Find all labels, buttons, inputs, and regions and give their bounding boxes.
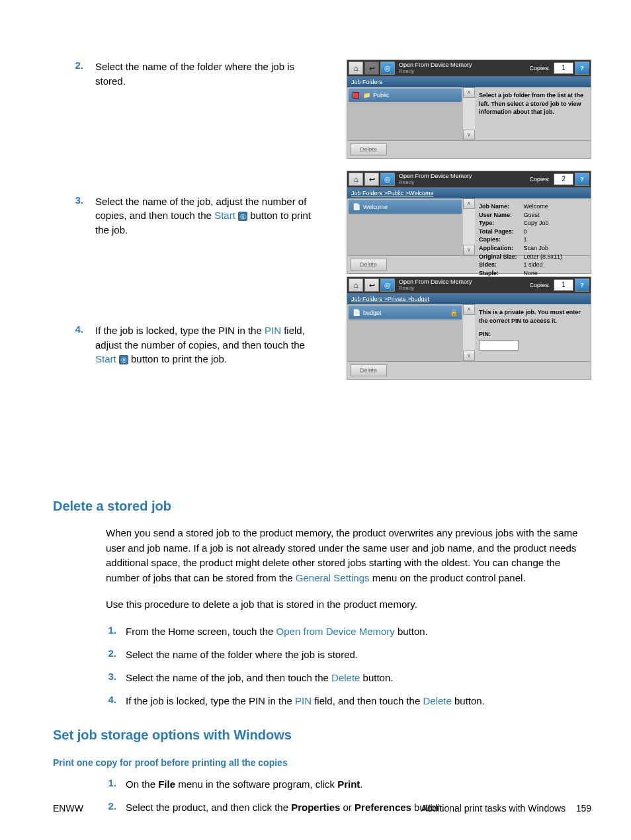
step-num: 2. — [69, 60, 95, 89]
back-icon[interactable]: ↩ — [364, 62, 379, 75]
delete-button[interactable]: Delete — [350, 364, 387, 376]
list-item: 2.Select the name of the folder where th… — [106, 648, 591, 661]
breadcrumb[interactable]: Job Folders >Public >Welcome — [347, 187, 591, 198]
breadcrumb: Job Folders — [347, 76, 591, 87]
delete-button[interactable]: Delete — [350, 144, 387, 155]
info-text: Select a job folder from the list at the… — [479, 91, 587, 136]
copies-label: Copies: — [529, 176, 550, 183]
help-icon[interactable]: ? — [575, 62, 589, 75]
home-icon[interactable]: ⌂ — [349, 62, 363, 75]
body-paragraph: Use this procedure to delete a job that … — [106, 597, 591, 612]
list-item: 3.Select the name of the job, and then t… — [106, 671, 591, 685]
home-icon[interactable]: ⌂ — [349, 173, 363, 186]
step-text: Select the name of the job, adjust the n… — [95, 194, 314, 237]
scrollbar[interactable]: ∧∨ — [463, 87, 475, 140]
step-num: 3. — [69, 194, 95, 237]
list-item: 1.From the Home screen, touch the Open f… — [106, 624, 591, 638]
panel-title: Open From Device MemoryReady — [399, 279, 528, 292]
section-subheading: Print one copy for proof before printing… — [53, 757, 591, 768]
scrollbar[interactable]: ∧∨ — [463, 304, 475, 361]
device-panel-2: ⌂ ↩ ◎ Open From Device MemoryReady Copie… — [347, 171, 591, 274]
page-footer: ENWW Additional print tasks with Windows… — [53, 803, 591, 814]
back-icon[interactable]: ↩ — [364, 278, 379, 292]
start-icon — [238, 212, 247, 221]
help-icon[interactable]: ? — [575, 278, 589, 292]
pin-message: This is a private job. You must enter th… — [479, 308, 587, 325]
panel-title: Open From Device MemoryReady — [399, 62, 528, 75]
step-num: 4. — [69, 323, 95, 366]
home-icon[interactable]: ⌂ — [349, 278, 363, 292]
device-panel-1: ⌂ ↩ ◎ Open From Device MemoryReady Copie… — [347, 60, 591, 159]
section-heading: Delete a stored job — [53, 499, 591, 514]
scrollbar[interactable]: ∧∨ — [463, 198, 475, 255]
footer-right: Additional print tasks with Windows 159 — [421, 803, 591, 814]
start-icon[interactable]: ◎ — [380, 278, 395, 292]
list-item: 1.On the File menu in the software progr… — [106, 777, 591, 791]
breadcrumb[interactable]: Job Folders >Private >budget — [347, 293, 591, 304]
start-icon[interactable]: ◎ — [380, 62, 395, 75]
body-paragraph: When you send a stored job to the produc… — [106, 526, 591, 585]
back-icon[interactable]: ↩ — [364, 173, 379, 186]
start-icon — [119, 355, 128, 364]
folder-item[interactable]: 📁Public — [349, 89, 462, 102]
device-panel-3: ⌂ ↩ ◎ Open From Device MemoryReady Copie… — [347, 276, 591, 380]
panel-title: Open From Device MemoryReady — [399, 173, 528, 186]
copies-input[interactable]: 1 — [554, 279, 573, 291]
step-text: Select the name of the folder where the … — [95, 60, 314, 89]
job-details: Job Name:User Name:Type:Total Pages:Copi… — [475, 198, 591, 255]
delete-button[interactable]: Delete — [350, 259, 387, 271]
pin-input[interactable] — [479, 340, 519, 351]
section-heading: Set job storage options with Windows — [53, 728, 591, 743]
copies-label: Copies: — [529, 65, 550, 71]
job-item[interactable]: Welcome — [349, 200, 462, 214]
job-item[interactable]: budget🔒 — [349, 306, 462, 319]
copies-input[interactable]: 2 — [554, 173, 573, 185]
footer-left: ENWW — [53, 803, 83, 814]
lock-icon: 🔒 — [450, 309, 458, 316]
start-icon[interactable]: ◎ — [380, 173, 395, 186]
pin-label: PIN: — [479, 330, 587, 339]
copies-label: Copies: — [529, 282, 550, 288]
step-text: If the job is locked, type the PIN in th… — [95, 323, 314, 366]
list-item: 4.If the job is locked, type the PIN in … — [106, 694, 591, 708]
help-icon[interactable]: ? — [575, 173, 589, 186]
copies-input[interactable]: 1 — [554, 62, 573, 74]
